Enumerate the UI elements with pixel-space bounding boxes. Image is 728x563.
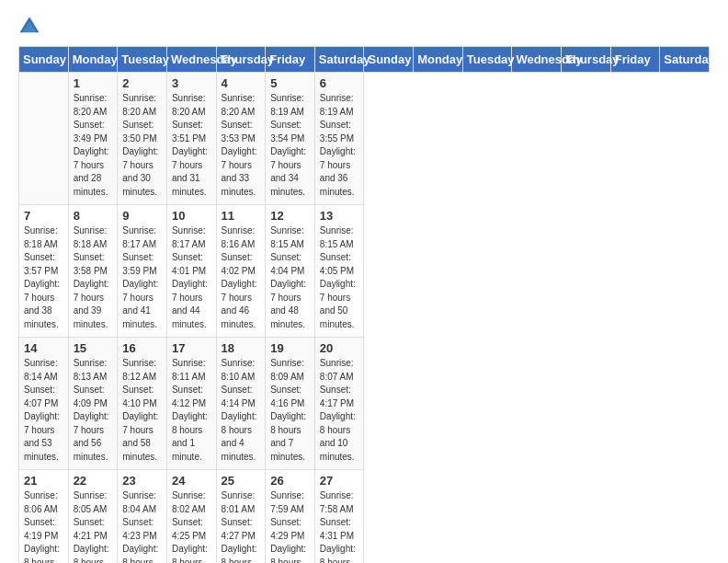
day-info: Sunrise: 8:15 AMSunset: 4:05 PMDaylight:… [320, 224, 359, 331]
calendar-day: 27Sunrise: 7:58 AMSunset: 4:31 PMDayligh… [314, 470, 364, 564]
day-info: Sunrise: 8:17 AMSunset: 3:59 PMDaylight:… [122, 224, 162, 331]
day-info: Sunrise: 8:14 AMSunset: 4:07 PMDaylight:… [24, 357, 63, 464]
calendar-day: 22Sunrise: 8:05 AMSunset: 4:21 PMDayligh… [68, 470, 118, 564]
day-info: Sunrise: 8:12 AMSunset: 4:10 PMDaylight:… [122, 357, 162, 464]
logo [18, 15, 44, 37]
calendar-day: 24Sunrise: 8:02 AMSunset: 4:25 PMDayligh… [166, 470, 216, 564]
day-info: Sunrise: 8:07 AMSunset: 4:17 PMDaylight:… [320, 357, 359, 464]
logo-icon [18, 15, 40, 37]
col-header-monday: Monday [414, 47, 463, 73]
day-info: Sunrise: 8:10 AMSunset: 4:14 PMDaylight:… [222, 357, 261, 464]
day-info: Sunrise: 8:18 AMSunset: 3:58 PMDaylight:… [74, 224, 113, 331]
day-number: 15 [74, 341, 113, 355]
col-header-sunday: Sunday [364, 47, 414, 73]
header-saturday: Saturday [314, 47, 364, 73]
calendar-day: 13Sunrise: 8:15 AMSunset: 4:05 PMDayligh… [314, 205, 364, 338]
calendar-day: 16Sunrise: 8:12 AMSunset: 4:10 PMDayligh… [118, 338, 167, 470]
day-number: 25 [222, 474, 261, 488]
header-wednesday: Wednesday [166, 47, 216, 73]
day-number: 4 [222, 76, 261, 90]
day-number: 18 [222, 341, 261, 355]
day-info: Sunrise: 8:09 AMSunset: 4:16 PMDaylight:… [270, 357, 310, 464]
day-info: Sunrise: 8:15 AMSunset: 4:04 PMDaylight:… [270, 224, 310, 331]
calendar-week-3: 14Sunrise: 8:14 AMSunset: 4:07 PMDayligh… [19, 338, 710, 470]
day-number: 12 [270, 209, 310, 223]
day-info: Sunrise: 8:13 AMSunset: 4:09 PMDaylight:… [74, 357, 113, 464]
header-monday: Monday [68, 47, 118, 73]
calendar-day: 10Sunrise: 8:17 AMSunset: 4:01 PMDayligh… [166, 205, 216, 338]
calendar-day: 4Sunrise: 8:20 AMSunset: 3:53 PMDaylight… [216, 73, 266, 205]
day-number: 14 [24, 341, 63, 355]
page-header [18, 15, 710, 37]
day-number: 5 [270, 76, 310, 90]
calendar-day: 26Sunrise: 7:59 AMSunset: 4:29 PMDayligh… [266, 470, 315, 564]
calendar-day [19, 73, 69, 205]
calendar-day: 19Sunrise: 8:09 AMSunset: 4:16 PMDayligh… [266, 338, 315, 470]
day-number: 26 [270, 474, 310, 488]
calendar-day: 15Sunrise: 8:13 AMSunset: 4:09 PMDayligh… [68, 338, 118, 470]
calendar-day: 14Sunrise: 8:14 AMSunset: 4:07 PMDayligh… [19, 338, 69, 470]
day-number: 27 [320, 474, 359, 488]
calendar-day: 20Sunrise: 8:07 AMSunset: 4:17 PMDayligh… [314, 338, 364, 470]
calendar-day: 3Sunrise: 8:20 AMSunset: 3:51 PMDaylight… [166, 73, 216, 205]
day-info: Sunrise: 8:20 AMSunset: 3:49 PMDaylight:… [74, 92, 113, 199]
calendar-day: 8Sunrise: 8:18 AMSunset: 3:58 PMDaylight… [68, 205, 118, 338]
day-number: 6 [320, 76, 359, 90]
day-info: Sunrise: 8:17 AMSunset: 4:01 PMDaylight:… [172, 224, 211, 331]
day-number: 19 [270, 341, 310, 355]
calendar-day: 1Sunrise: 8:20 AMSunset: 3:49 PMDaylight… [68, 73, 118, 205]
calendar-day: 17Sunrise: 8:11 AMSunset: 4:12 PMDayligh… [166, 338, 216, 470]
calendar-day: 23Sunrise: 8:04 AMSunset: 4:23 PMDayligh… [118, 470, 167, 564]
day-number: 1 [74, 76, 113, 90]
day-info: Sunrise: 8:20 AMSunset: 3:50 PMDaylight:… [122, 92, 162, 199]
day-number: 22 [74, 474, 113, 488]
day-number: 11 [222, 209, 261, 223]
day-info: Sunrise: 8:04 AMSunset: 4:23 PMDaylight:… [122, 489, 162, 563]
calendar-day: 5Sunrise: 8:19 AMSunset: 3:54 PMDaylight… [266, 73, 315, 205]
day-info: Sunrise: 8:19 AMSunset: 3:55 PMDaylight:… [320, 92, 359, 199]
day-info: Sunrise: 8:20 AMSunset: 3:51 PMDaylight:… [172, 92, 211, 199]
calendar-header-row: SundayMondayTuesdayWednesdayThursdayFrid… [19, 47, 710, 73]
day-number: 9 [122, 209, 162, 223]
calendar-day: 11Sunrise: 8:16 AMSunset: 4:02 PMDayligh… [216, 205, 266, 338]
day-number: 20 [320, 341, 359, 355]
day-number: 21 [24, 474, 63, 488]
day-info: Sunrise: 7:58 AMSunset: 4:31 PMDaylight:… [320, 489, 359, 563]
col-header-tuesday: Tuesday [462, 47, 512, 73]
header-sunday: Sunday [19, 47, 69, 73]
day-info: Sunrise: 8:05 AMSunset: 4:21 PMDaylight:… [74, 489, 113, 563]
calendar-week-4: 21Sunrise: 8:06 AMSunset: 4:19 PMDayligh… [19, 470, 710, 564]
day-number: 3 [172, 76, 211, 90]
header-thursday: Thursday [216, 47, 266, 73]
calendar-day: 25Sunrise: 8:01 AMSunset: 4:27 PMDayligh… [216, 470, 266, 564]
day-info: Sunrise: 8:19 AMSunset: 3:54 PMDaylight:… [270, 92, 310, 199]
calendar-day: 12Sunrise: 8:15 AMSunset: 4:04 PMDayligh… [266, 205, 315, 338]
day-info: Sunrise: 8:02 AMSunset: 4:25 PMDaylight:… [172, 489, 211, 563]
day-number: 8 [74, 209, 113, 223]
col-header-saturday: Saturday [660, 47, 710, 73]
day-info: Sunrise: 8:18 AMSunset: 3:57 PMDaylight:… [24, 224, 63, 331]
day-info: Sunrise: 8:20 AMSunset: 3:53 PMDaylight:… [222, 92, 261, 199]
col-header-wednesday: Wednesday [512, 47, 562, 73]
calendar-table: SundayMondayTuesdayWednesdayThursdayFrid… [18, 46, 710, 563]
day-number: 10 [172, 209, 211, 223]
day-info: Sunrise: 7:59 AMSunset: 4:29 PMDaylight:… [270, 489, 310, 563]
day-number: 17 [172, 341, 211, 355]
calendar-day: 7Sunrise: 8:18 AMSunset: 3:57 PMDaylight… [19, 205, 69, 338]
day-number: 23 [122, 474, 162, 488]
calendar-day: 9Sunrise: 8:17 AMSunset: 3:59 PMDaylight… [118, 205, 167, 338]
col-header-friday: Friday [610, 47, 660, 73]
day-info: Sunrise: 8:16 AMSunset: 4:02 PMDaylight:… [222, 224, 261, 331]
calendar-day: 18Sunrise: 8:10 AMSunset: 4:14 PMDayligh… [216, 338, 266, 470]
calendar-day: 21Sunrise: 8:06 AMSunset: 4:19 PMDayligh… [19, 470, 69, 564]
calendar-day: 6Sunrise: 8:19 AMSunset: 3:55 PMDaylight… [314, 73, 364, 205]
day-number: 16 [122, 341, 162, 355]
day-number: 7 [24, 209, 63, 223]
day-info: Sunrise: 8:01 AMSunset: 4:27 PMDaylight:… [222, 489, 261, 563]
day-info: Sunrise: 8:06 AMSunset: 4:19 PMDaylight:… [24, 489, 63, 563]
calendar-week-1: 1Sunrise: 8:20 AMSunset: 3:49 PMDaylight… [19, 73, 710, 205]
calendar-day: 2Sunrise: 8:20 AMSunset: 3:50 PMDaylight… [118, 73, 167, 205]
col-header-thursday: Thursday [562, 47, 611, 73]
day-number: 13 [320, 209, 359, 223]
day-number: 24 [172, 474, 211, 488]
